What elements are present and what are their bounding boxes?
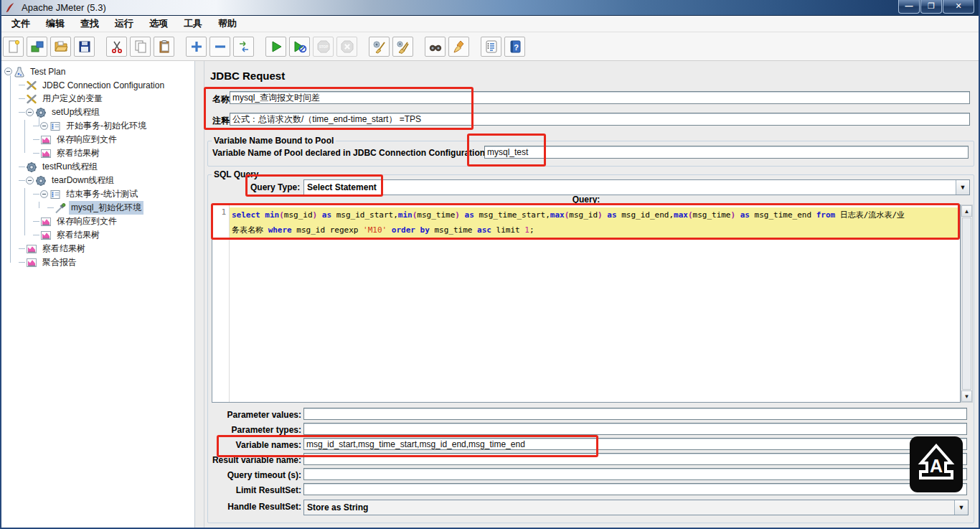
tree-item[interactable]: 结束事务-统计测试 bbox=[0, 187, 194, 201]
start-button[interactable] bbox=[265, 37, 286, 57]
watermark-logo: A bbox=[910, 436, 963, 492]
menu-item[interactable]: 工具 bbox=[178, 16, 208, 32]
tree-item[interactable]: 察看结果树 bbox=[0, 146, 194, 160]
sql-code-line: select min(msg_id) as msg_id_start,min(m… bbox=[230, 207, 960, 223]
sql-code-line: 务表名称 where msg_id regexp 'M10' order by … bbox=[230, 223, 960, 238]
tree-connector bbox=[33, 194, 39, 195]
search-button[interactable] bbox=[425, 37, 446, 57]
query-type-label: Query Type: bbox=[250, 182, 300, 192]
tree-item[interactable]: 开始事务-初始化环境 bbox=[0, 119, 194, 133]
collapse-handle-icon[interactable] bbox=[26, 177, 34, 184]
paste-button[interactable] bbox=[154, 37, 174, 57]
tree-connector bbox=[19, 167, 25, 167]
clear-all-button[interactable] bbox=[392, 37, 413, 57]
limit-resultset-input[interactable] bbox=[303, 483, 967, 495]
save-file-button[interactable] bbox=[74, 37, 95, 57]
query-timeout-label: Query timeout (s): bbox=[207, 470, 301, 480]
help-button[interactable]: ? bbox=[504, 37, 525, 57]
scroll-down-icon[interactable]: ▼ bbox=[961, 390, 972, 402]
tree-item-label: 开始事务-初始化环境 bbox=[64, 119, 149, 133]
restore-button[interactable]: ❐ bbox=[920, 0, 942, 14]
pool-name-input[interactable]: mysql_test bbox=[484, 146, 969, 159]
chevron-down-icon[interactable]: ▼ bbox=[954, 500, 968, 515]
tree-guide-line bbox=[39, 116, 39, 126]
tree-item[interactable]: testRun线程组 bbox=[0, 160, 194, 174]
tree-item-label: Test Plan bbox=[28, 66, 67, 78]
tree-item[interactable]: 保存响应到文件 bbox=[0, 215, 194, 228]
cut-icon bbox=[110, 39, 124, 54]
menu-bar: 文件编辑查找运行选项工具帮助 bbox=[0, 16, 980, 32]
config-icon bbox=[26, 93, 37, 105]
clear-all-icon bbox=[396, 39, 410, 54]
threadgroup-icon bbox=[35, 107, 47, 118]
templates-button[interactable] bbox=[27, 37, 47, 57]
parameter-types-input[interactable] bbox=[303, 423, 967, 435]
tree-item[interactable]: Test Plan bbox=[0, 65, 194, 78]
clear-icon bbox=[372, 39, 387, 54]
search-icon bbox=[428, 39, 443, 54]
chevron-down-icon[interactable]: ▼ bbox=[956, 180, 969, 195]
menu-item[interactable]: 文件 bbox=[6, 16, 36, 32]
tree-guide-line bbox=[39, 202, 39, 208]
variable-names-input[interactable]: msg_id_start,msg_time_start,msg_id_end,m… bbox=[303, 438, 967, 450]
listener-icon bbox=[40, 134, 52, 146]
tree-item[interactable]: tearDown线程组 bbox=[0, 174, 194, 187]
menu-item[interactable]: 编辑 bbox=[40, 16, 70, 32]
tree-connector bbox=[33, 153, 39, 154]
tree-item[interactable]: 用户定义的变量 bbox=[0, 92, 194, 106]
sql-group-title: SQL Query bbox=[212, 169, 260, 179]
start-no-pauses-button[interactable] bbox=[289, 37, 310, 57]
tree-item[interactable]: mysql_初始化环境 bbox=[0, 201, 194, 215]
tree-item-label: 保存响应到文件 bbox=[55, 133, 119, 146]
scrollbar-thumb[interactable] bbox=[962, 217, 971, 390]
toggle-button[interactable] bbox=[233, 37, 254, 57]
menu-item[interactable]: 查找 bbox=[75, 16, 105, 32]
result-variable-name-input[interactable] bbox=[303, 453, 967, 465]
tree-connector bbox=[19, 180, 25, 181]
remove-button[interactable] bbox=[209, 37, 230, 57]
tree-item-label: testRun线程组 bbox=[40, 160, 100, 174]
tree-connector bbox=[33, 126, 39, 126]
collapse-handle-icon[interactable] bbox=[4, 67, 12, 75]
tree-item[interactable]: 聚合报告 bbox=[0, 256, 194, 269]
tree-item[interactable]: 察看结果树 bbox=[0, 242, 194, 256]
tree-guide-line bbox=[24, 120, 25, 153]
copy-button[interactable] bbox=[130, 37, 151, 57]
cut-button[interactable] bbox=[106, 37, 127, 57]
tree-item[interactable]: 察看结果树 bbox=[0, 228, 194, 242]
name-input[interactable]: mysql_查询报文时间差 bbox=[230, 91, 970, 104]
sql-query-editor[interactable]: 1 select min(msg_id) as msg_id_start,min… bbox=[212, 205, 961, 403]
new-file-icon bbox=[6, 39, 21, 54]
tree-item[interactable]: setUp线程组 bbox=[0, 106, 194, 119]
search-reset-button[interactable] bbox=[448, 37, 469, 57]
start-icon bbox=[269, 39, 283, 54]
new-file-button[interactable] bbox=[3, 37, 24, 57]
collapse-handle-icon[interactable] bbox=[26, 108, 34, 116]
parameter-values-input[interactable] bbox=[303, 408, 967, 420]
minimize-button[interactable]: — bbox=[898, 0, 920, 14]
tree-item[interactable]: JDBC Connection Configuration bbox=[0, 78, 194, 92]
threadgroup-icon bbox=[26, 161, 37, 173]
tree-item[interactable]: 保存响应到文件 bbox=[0, 133, 194, 146]
split-pane-divider[interactable] bbox=[195, 61, 204, 528]
editor-scrollbar[interactable]: ▲ ▼ bbox=[961, 205, 973, 403]
query-timeout-input[interactable] bbox=[303, 468, 967, 480]
tree-connector bbox=[19, 98, 25, 99]
comment-input[interactable]: 公式：总请求次数/（time_end-time_start） =TPS bbox=[230, 113, 970, 126]
open-file-button[interactable] bbox=[50, 37, 71, 57]
menu-item[interactable]: 选项 bbox=[143, 16, 174, 32]
sampler-icon bbox=[55, 202, 66, 214]
collapse-handle-icon[interactable] bbox=[40, 122, 48, 130]
menu-item[interactable]: 帮助 bbox=[212, 16, 242, 32]
handle-resultset-combo[interactable]: Store as String ▼ bbox=[303, 500, 969, 515]
clear-button[interactable] bbox=[369, 37, 390, 57]
add-button[interactable] bbox=[186, 37, 207, 57]
close-button[interactable]: ✕ bbox=[943, 0, 974, 14]
scroll-up-icon[interactable]: ▲ bbox=[961, 205, 972, 217]
svg-text:?: ? bbox=[514, 42, 519, 51]
function-helper-button[interactable] bbox=[481, 37, 501, 57]
tree-item-label: 聚合报告 bbox=[40, 256, 79, 269]
collapse-handle-icon[interactable] bbox=[40, 190, 48, 198]
query-type-combo[interactable]: Select Statement ▼ bbox=[303, 179, 970, 195]
menu-item[interactable]: 运行 bbox=[109, 16, 139, 32]
